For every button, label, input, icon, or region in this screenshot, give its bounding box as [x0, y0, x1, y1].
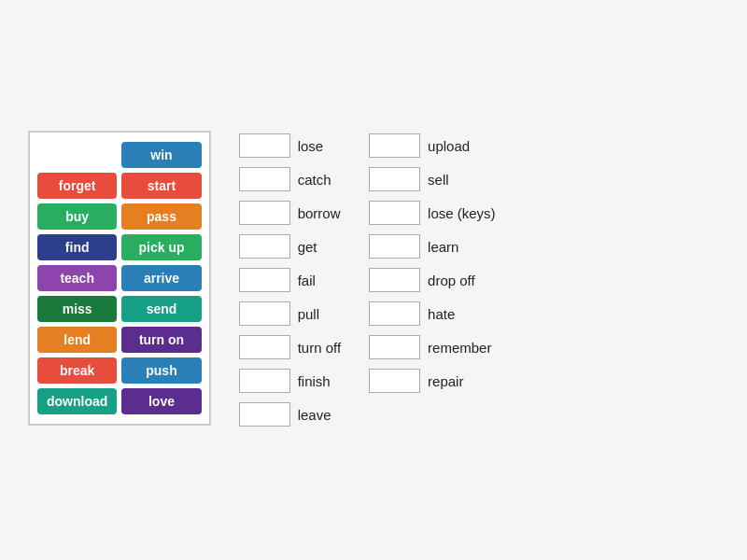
tile-love[interactable]: love: [121, 388, 201, 414]
match-item: remember: [369, 332, 496, 362]
match-item: borrow: [239, 198, 341, 228]
answer-box[interactable]: [369, 133, 420, 158]
match-label: upload: [428, 138, 470, 154]
match-label: remember: [428, 340, 491, 356]
match-item: drop off: [369, 265, 496, 295]
match-label: drop off: [428, 273, 475, 288]
tile-teach[interactable]: teach: [37, 265, 117, 291]
tile-pass[interactable]: pass: [121, 203, 201, 230]
tile-start[interactable]: start: [121, 173, 201, 199]
match-label: lose: [298, 138, 324, 154]
tile-push[interactable]: push: [121, 357, 201, 384]
match-label: pull: [298, 306, 319, 322]
match-item: catch: [239, 164, 341, 194]
word-bank: win forget start buy pass find pick up t…: [28, 131, 211, 426]
answer-box[interactable]: [239, 369, 290, 393]
answer-box[interactable]: [239, 133, 290, 158]
match-col-1: losecatchborrowgetfailpullturn offfinish…: [239, 131, 341, 429]
answer-box[interactable]: [369, 268, 420, 292]
answer-box[interactable]: [369, 301, 420, 326]
tile-pickup[interactable]: pick up: [121, 234, 201, 260]
tile-miss[interactable]: miss: [37, 296, 117, 322]
answer-box[interactable]: [239, 268, 290, 292]
answer-box[interactable]: [239, 167, 290, 191]
main-container: win forget start buy pass find pick up t…: [28, 131, 719, 429]
match-label: lose (keys): [428, 205, 496, 221]
answer-box[interactable]: [239, 234, 290, 259]
answer-box[interactable]: [239, 201, 290, 225]
answer-box[interactable]: [369, 167, 420, 191]
tile-send[interactable]: send: [121, 296, 201, 322]
answer-box[interactable]: [369, 369, 420, 393]
tile-download[interactable]: download: [37, 388, 117, 414]
tile-forget[interactable]: forget: [37, 173, 117, 199]
answer-box[interactable]: [369, 335, 420, 359]
match-label: repair: [428, 373, 463, 389]
match-label: leave: [298, 407, 331, 423]
match-item: finish: [239, 366, 341, 396]
tile-buy[interactable]: buy: [37, 203, 117, 230]
match-columns: losecatchborrowgetfailpullturn offfinish…: [239, 131, 496, 429]
match-item: lose: [239, 131, 341, 161]
match-label: sell: [428, 172, 449, 188]
match-item: lose (keys): [369, 198, 496, 228]
match-label: borrow: [298, 205, 341, 221]
match-label: finish: [298, 373, 331, 389]
match-item: get: [239, 231, 341, 261]
match-item: repair: [369, 366, 496, 396]
answer-box[interactable]: [239, 335, 290, 359]
tile-break[interactable]: break: [37, 357, 117, 384]
match-label: hate: [428, 306, 455, 322]
answer-box[interactable]: [369, 234, 420, 259]
match-label: get: [298, 239, 317, 255]
match-item: fail: [239, 265, 341, 295]
match-item: pull: [239, 299, 341, 329]
tile-find[interactable]: find: [37, 234, 117, 260]
match-item: learn: [369, 231, 496, 261]
match-item: leave: [239, 399, 341, 429]
tile-win[interactable]: win: [121, 142, 201, 168]
tile-arrive[interactable]: arrive: [121, 265, 201, 291]
match-label: fail: [298, 273, 316, 288]
tile-turnon[interactable]: turn on: [121, 327, 201, 353]
answer-box[interactable]: [369, 201, 420, 225]
match-label: catch: [298, 172, 331, 188]
match-label: learn: [428, 239, 458, 255]
tile-lend[interactable]: lend: [37, 327, 117, 353]
match-col-2: uploadselllose (keys)learndrop offhatere…: [369, 131, 496, 396]
answer-box[interactable]: [239, 402, 290, 427]
match-item: upload: [369, 131, 496, 161]
match-item: turn off: [239, 332, 341, 362]
match-label: turn off: [298, 340, 341, 356]
answer-box[interactable]: [239, 301, 290, 326]
match-item: hate: [369, 299, 496, 329]
match-item: sell: [369, 164, 496, 194]
